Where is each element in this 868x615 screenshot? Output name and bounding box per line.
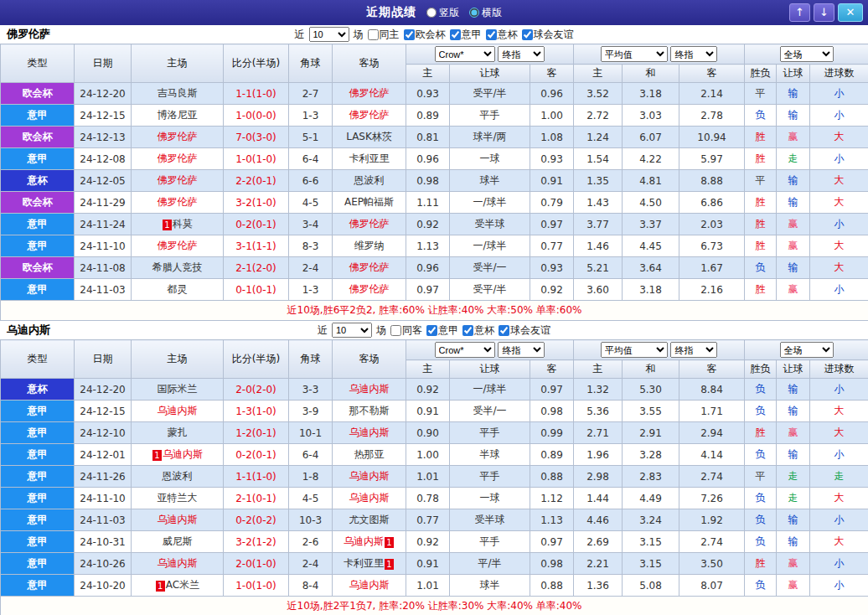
date-cell: 24-12-15: [75, 401, 132, 422]
recent-count-select[interactable]: 10: [332, 323, 372, 338]
layout-radio-vertical[interactable]: 竖版: [426, 6, 459, 20]
handicap-cell: 一球: [450, 488, 530, 509]
away-odds-cell: 1.13: [530, 509, 574, 531]
odds-company-select[interactable]: Crow*: [435, 46, 495, 62]
handicap-result-cell: 输: [777, 83, 810, 105]
filter-toggle[interactable]: 意杯: [486, 28, 518, 42]
filter-checkbox[interactable]: [390, 325, 401, 336]
avg-draw-cell: 3.37: [623, 214, 679, 235]
recent-results-panel: { "titlebar": { "title": "近期战绩", "radios…: [0, 0, 868, 615]
team-name-text: 乌迪内斯: [349, 470, 390, 482]
team-name-text: AC米兰: [166, 579, 199, 591]
team-name-text: 尤文图斯: [349, 514, 390, 525]
away-team-cell: 维罗纳: [333, 235, 406, 257]
odds-stage-select[interactable]: 终指: [498, 342, 545, 358]
move-down-button[interactable]: ↓: [814, 3, 834, 22]
avg-stage-select[interactable]: 终指: [670, 46, 717, 62]
filter-toggle[interactable]: 同主: [368, 28, 400, 42]
recent-count-select[interactable]: 10: [309, 27, 349, 42]
filter-toggle[interactable]: 欧会杯: [404, 28, 446, 42]
col-handicap: 让球: [450, 65, 530, 83]
home-team-cell: 希腊人竞技: [132, 257, 224, 279]
avg-group-header: 平均值 终指: [574, 44, 745, 65]
team-name-text: 都灵: [168, 283, 188, 295]
filter-checkbox[interactable]: [499, 325, 509, 336]
handicap-result-cell: 走: [777, 148, 810, 170]
filter-toggle[interactable]: 意甲: [450, 28, 482, 42]
move-up-button[interactable]: ↑: [789, 3, 810, 22]
avg-home-cell: 1.32: [574, 379, 623, 401]
home-odds-cell: 0.92: [406, 379, 450, 401]
corner-cell: 10-1: [289, 422, 333, 444]
away-odds-cell: 0.88: [530, 466, 574, 488]
filter-checkbox[interactable]: [450, 29, 461, 40]
score-cell: 2-0(1-0): [224, 553, 289, 575]
layout-radio-horizontal[interactable]: 横版: [469, 6, 502, 20]
corner-cell: 6-4: [289, 444, 333, 466]
away-odds-cell: 0.89: [530, 444, 574, 466]
corner-cell: 4-5: [289, 488, 333, 509]
home-odds-cell: 1.00: [406, 444, 450, 466]
vertical-radio-input[interactable]: [426, 8, 437, 18]
col-handicap: 让球: [450, 360, 530, 379]
avg-home-cell: 3.77: [574, 214, 623, 235]
filter-toggle-label: 意杯: [474, 323, 494, 338]
filter-toggle[interactable]: 意杯: [462, 323, 494, 338]
wdl-result-cell: 负: [745, 105, 777, 127]
away-odds-cell: 1.12: [530, 488, 574, 509]
close-button[interactable]: ✕: [838, 3, 863, 22]
fulltime-group-header: 全场: [745, 44, 868, 65]
col-corner: 角球: [289, 340, 333, 379]
fulltime-select[interactable]: 全场: [780, 342, 834, 358]
avg-away-cell: 2.74: [679, 466, 745, 488]
handicap-result-cell: 赢: [777, 279, 810, 301]
handicap-result-cell: 走: [777, 466, 810, 488]
filter-checkbox[interactable]: [462, 325, 473, 336]
goals-result-cell: 小: [810, 379, 868, 401]
odds-stage-select[interactable]: 终指: [498, 46, 545, 62]
avg-stage-select[interactable]: 终指: [670, 342, 717, 358]
away-odds-cell: 0.91: [530, 170, 574, 192]
home-team-cell: 都灵: [132, 279, 224, 301]
home-team-cell: 乌迪内斯: [132, 509, 224, 531]
match-row: 欧会杯24-12-13佛罗伦萨7-0(3-0)5-1LASK林茨0.81球半/两…: [1, 127, 868, 148]
away-team-cell: LASK林茨: [333, 127, 406, 148]
filter-checkbox[interactable]: [368, 29, 379, 40]
team-name-text: 乌迪内斯: [158, 514, 198, 525]
wdl-result-cell: 负: [745, 401, 777, 422]
team-name-text: 佛罗伦萨: [158, 152, 198, 164]
wdl-result-cell: 胜: [745, 422, 777, 444]
handicap-result-cell: 赢: [777, 214, 810, 235]
date-cell: 24-12-05: [75, 170, 132, 192]
col-odds-home: 主: [406, 65, 450, 83]
odds-company-select[interactable]: Crow*: [435, 342, 495, 358]
col-away: 客场: [333, 44, 406, 83]
score-cell: 1-2(0-1): [224, 422, 289, 444]
filter-checkbox[interactable]: [404, 29, 415, 40]
avg-type-select[interactable]: 平均值: [601, 46, 668, 62]
home-odds-cell: 0.91: [406, 401, 450, 422]
handicap-cell: 球半: [450, 170, 530, 192]
horizontal-radio-input[interactable]: [469, 8, 479, 18]
filter-checkbox[interactable]: [522, 29, 533, 40]
avg-away-cell: 4.14: [679, 444, 745, 466]
corner-cell: 3-9: [289, 401, 333, 422]
filter-toggle[interactable]: 球会友谊: [522, 28, 574, 42]
col-avg-draw: 和: [623, 65, 679, 83]
home-odds-cell: 0.91: [406, 553, 450, 575]
fulltime-select[interactable]: 全场: [780, 46, 834, 62]
goals-result-cell: 大: [810, 422, 868, 444]
avg-type-select[interactable]: 平均值: [601, 342, 668, 358]
wdl-result-cell: 胜: [745, 235, 777, 257]
filter-toggle[interactable]: 球会友谊: [499, 323, 550, 338]
filter-checkbox[interactable]: [426, 325, 437, 336]
filter-toggle[interactable]: 意甲: [426, 323, 458, 338]
handicap-result-cell: 输: [777, 401, 810, 422]
filter-toggle[interactable]: 同客: [390, 323, 422, 338]
handicap-cell: 平/半: [450, 553, 530, 575]
filter-checkbox[interactable]: [486, 29, 497, 40]
away-odds-cell: 0.96: [530, 83, 574, 105]
away-team-cell: 恩波利: [333, 170, 406, 192]
league-cell: 意甲: [1, 466, 75, 488]
date-cell: 24-11-03: [75, 279, 132, 301]
